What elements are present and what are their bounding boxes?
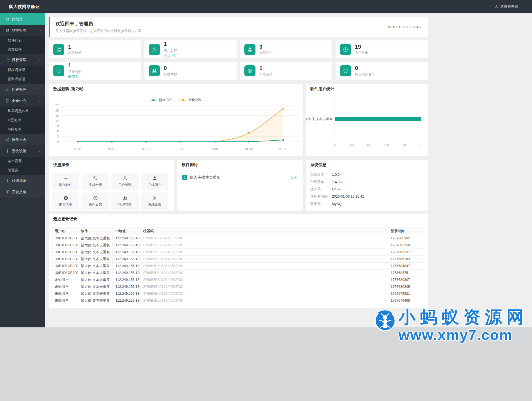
sidebar-item-label: 软件列表 xyxy=(8,38,22,43)
sidebar-item-label: 安全中心 xyxy=(12,99,26,104)
quick-action-ip-blacklist[interactable]: IP黑名单 xyxy=(52,193,79,210)
sidebar-item-software-add[interactable]: 添加软件 xyxy=(0,45,45,54)
table-cell: 未知用户 xyxy=(52,297,78,304)
table-row[interactable]: 未知用户鼠大侠-文本去重复112.249.155.1868769B5B5A691… xyxy=(52,290,425,297)
table-cell: 8769B5B5A6914055373C... xyxy=(140,290,388,297)
sidebar-item-license-mgmt[interactable]: 授权管理 xyxy=(0,54,45,66)
stat-label: 在线用户 xyxy=(259,51,273,55)
sidebar-item-label: 开发文档 xyxy=(12,190,26,195)
table-row[interactable]: 未知用户鼠大侠-文本去重复112.249.155.1868769B5B5A691… xyxy=(52,283,425,290)
system-info-value: 7.4.33 xyxy=(332,180,342,184)
table-cell: 8769B5B5A6914055373C... xyxy=(140,270,388,276)
table-row[interactable]: 未知用户鼠大侠-文本去重复112.249.155.1868769B5B5A691… xyxy=(52,297,425,304)
sidebar-item-code-encrypt[interactable]: 代码加密 xyxy=(0,175,45,186)
table-cell: 1767680307 xyxy=(388,276,425,283)
table-cell: 112.249.155.186 xyxy=(113,276,140,283)
recent-logins-table-wrap: 用户名软件IP地址机器码登录时间 U3B1D1CB8D7鼠大侠-文本去重复112… xyxy=(49,224,428,304)
rank-badge: 1 xyxy=(182,175,187,180)
sidebar-item-label: IP黑名单 xyxy=(8,118,21,123)
table-cell: 1767685337 xyxy=(388,249,425,256)
ranking-row: 1鼠大侠-文本去重复1 人 xyxy=(177,170,303,180)
svg-text:0.4: 0.4 xyxy=(367,144,371,147)
sidebar-item-ip-blacklist[interactable]: IP黑名单 xyxy=(0,116,45,125)
table-cell: 112.249.155.186 xyxy=(113,290,140,297)
sidebar-item-label: 机器码黑名单 xyxy=(8,109,29,113)
current-datetime: 2026-01-06 16:36:45 xyxy=(387,25,421,29)
tag-icon xyxy=(93,176,98,181)
system-info-card: 系统信息 系统版本1.0.0PHP版本7.4.33服务器Linux服务器时间20… xyxy=(306,160,428,211)
apps-icon xyxy=(6,28,10,32)
sidebar-item-dev-docs[interactable]: 开发文档 xyxy=(0,186,45,198)
svg-text:15: 15 xyxy=(55,114,59,117)
sidebar-item-label: 添加软件 xyxy=(8,47,22,52)
table-row[interactable]: U3B1D1CB8D7鼠大侠-文本去重复112.249.155.1868769B… xyxy=(52,263,425,270)
stat-label: 用户总数 xyxy=(164,48,177,53)
quick-action-gen-card[interactable]: 生成卡密 xyxy=(82,173,109,190)
sidebar-item-security-center[interactable]: 安全中心 xyxy=(0,95,45,107)
stat-label: 机器码黑名单 xyxy=(355,72,375,77)
clock-icon xyxy=(6,138,10,142)
sidebar-item-software-mgmt[interactable]: 软件管理 xyxy=(0,25,45,36)
stat-text: 0机器码黑名单 xyxy=(355,65,375,77)
sidebar-item-license-codes[interactable]: 授权码管理 xyxy=(0,66,45,75)
svg-text:9: 9 xyxy=(57,124,59,128)
quick-action-sys-settings[interactable]: 系统设置 xyxy=(141,193,168,210)
stat-text: 1用户总数今日 +1 xyxy=(164,41,177,58)
users-icon xyxy=(149,65,160,76)
system-info-label: 服务器时间 xyxy=(310,194,332,199)
quick-action-user-mgmt[interactable]: 用户管理 xyxy=(111,173,139,190)
table-row[interactable]: U3B1D1CB8D7鼠大侠-文本去重复112.249.155.1868769B… xyxy=(52,242,425,249)
sidebar-item-console[interactable]: 控制台 xyxy=(0,13,45,25)
legend-item-0[interactable]: 新增用户 xyxy=(150,98,172,102)
table-cell: 未知用户 xyxy=(52,290,78,297)
column-header: 登录时间 xyxy=(388,227,425,235)
table-row[interactable]: 未知用户鼠大侠-文本去重复112.249.155.1868769B5B5A691… xyxy=(52,276,425,283)
quick-action-label: 操作日志 xyxy=(89,202,102,207)
sidebar-item-basic-settings[interactable]: 基本设置 xyxy=(0,157,45,166)
sidebar-item-label: 控制台 xyxy=(12,17,23,22)
sidebar-item-machine-blacklist[interactable]: 机器码黑名单 xyxy=(0,107,45,116)
table-cell: 112.249.155.186 xyxy=(113,297,140,304)
table-cell: U3B1D1CB8D7 xyxy=(52,235,78,242)
legend-item-1[interactable]: 登录次数 xyxy=(179,98,201,102)
stat-card-software-count: 1软件数量 xyxy=(49,40,141,58)
table-cell: 未知用户 xyxy=(52,283,78,290)
stat-value: 0 xyxy=(259,44,273,50)
trend-line-chart: 03691215182112-3101-0101-0201-0301-0401-… xyxy=(49,102,303,153)
table-cell: 未知用户 xyxy=(52,276,78,283)
quick-action-label: IP黑名单 xyxy=(59,202,72,207)
user-icon xyxy=(6,87,10,92)
watermark-logo xyxy=(374,309,397,333)
sidebar-item-admins[interactable]: 管理员 xyxy=(0,166,45,175)
quick-action-op-logs[interactable]: 操作日志 xyxy=(82,193,109,210)
stats-grid: 1软件数量1用户总数今日 +10在线用户19今日登录1卡密总数未用 00代理商数… xyxy=(49,40,428,80)
main-content: 欢迎回来，管理员 鼠大侠网络验证系统 · 安全可靠的软件授权验证解决方案 202… xyxy=(45,13,532,308)
sidebar-item-ip-whitelist[interactable]: IP白名单 xyxy=(0,125,45,134)
column-header: 机器码 xyxy=(140,227,388,235)
quick-action-label: 生成卡密 xyxy=(89,183,102,187)
users-icon xyxy=(122,195,128,201)
column-header: IP地址 xyxy=(113,227,140,235)
svg-text:鼠大侠-文本去重复: 鼠大侠-文本去重复 xyxy=(306,117,332,121)
user-menu[interactable]: 超级管理员 xyxy=(494,4,524,9)
quick-action-online-users[interactable]: 在线用户 xyxy=(141,173,168,190)
sidebar-item-label: 操作日志 xyxy=(12,137,26,142)
table-cell: 鼠大侠-文本去重复 xyxy=(78,270,113,276)
table-row[interactable]: U3B1D1CB8D7鼠大侠-文本去重复112.249.155.1868769B… xyxy=(52,256,425,263)
table-row[interactable]: U3B1D1CB8D7鼠大侠-文本去重复112.249.155.1868769B… xyxy=(52,270,425,276)
quick-action-agent-mgmt[interactable]: 代理管理 xyxy=(111,193,139,210)
sidebar: 控制台软件管理软件列表添加软件授权管理授权码管理福利码管理用户管理安全中心机器码… xyxy=(0,13,45,327)
svg-text:12: 12 xyxy=(55,119,59,123)
system-info-title: 系统信息 xyxy=(310,162,326,167)
table-row[interactable]: U3B1D1CB8D7鼠大侠-文本去重复112.249.155.1868769B… xyxy=(52,235,425,242)
table-cell: 1767680205 xyxy=(388,283,425,290)
sidebar-item-operation-logs[interactable]: 操作日志 xyxy=(0,134,45,145)
sidebar-item-software-list[interactable]: 软件列表 xyxy=(0,36,45,45)
table-cell: 鼠大侠-文本去重复 xyxy=(78,235,113,242)
quick-action-add-software[interactable]: 添加软件 xyxy=(52,173,79,190)
sidebar-item-welfare-codes[interactable]: 福利码管理 xyxy=(0,75,45,84)
sidebar-item-user-mgmt[interactable]: 用户管理 xyxy=(0,84,45,95)
system-info-label: 系统版本 xyxy=(310,172,332,177)
table-row[interactable]: U3B1D1CB8D7鼠大侠-文本去重复112.249.155.1868769B… xyxy=(52,249,425,256)
sidebar-item-system-settings[interactable]: 系统设置 xyxy=(0,145,45,157)
